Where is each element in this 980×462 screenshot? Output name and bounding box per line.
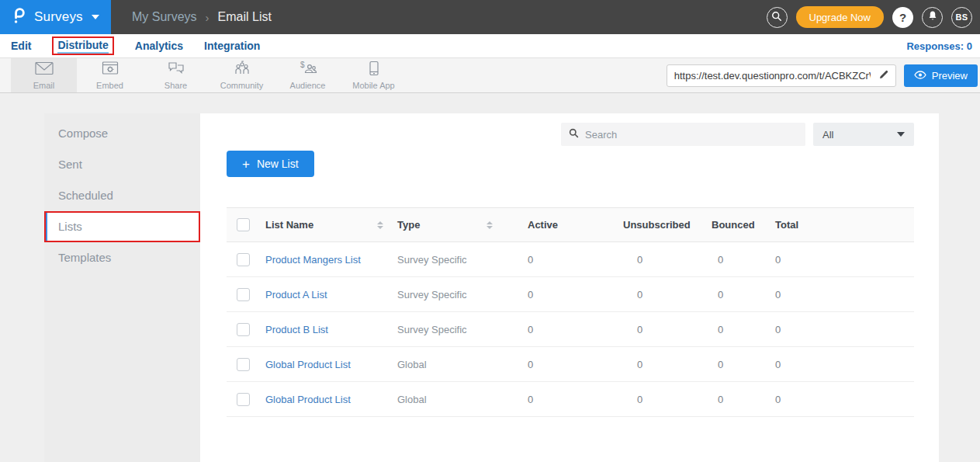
search-icon (771, 11, 782, 24)
product-switcher[interactable]: Surveys (0, 0, 111, 34)
unsubscribed-count: 0 (592, 242, 694, 277)
active-count: 0 (516, 277, 592, 312)
breadcrumb-my-surveys[interactable]: My Surveys (132, 10, 197, 24)
survey-url-field (667, 64, 896, 87)
mobile-app-icon (369, 61, 379, 78)
edit-pencil-icon (878, 69, 889, 82)
sidebar-item-templates[interactable]: Templates (44, 242, 200, 273)
sidebar-item-scheduled[interactable]: Scheduled (44, 180, 200, 211)
breadcrumb-current: Email List (218, 10, 272, 24)
plus-icon: + (242, 158, 250, 171)
channel-label: Email (33, 81, 55, 90)
sidebar-item-lists[interactable]: Lists (44, 211, 200, 242)
list-type: Survey Specific (393, 312, 516, 347)
help-button[interactable]: ? (892, 7, 913, 28)
list-controls: All (200, 123, 914, 146)
upgrade-now-button[interactable]: Upgrade Now (796, 6, 885, 28)
tabs: Edit Distribute Analytics Integration (11, 36, 260, 55)
list-name-link[interactable]: Global Product List (265, 359, 351, 370)
search-input[interactable] (585, 129, 798, 141)
channel-audience[interactable]: $ Audience (275, 58, 341, 92)
active-count: 0 (516, 347, 592, 382)
table-row: Product Mangers List Survey Specific 0 0… (227, 242, 914, 277)
search-icon (569, 127, 579, 141)
active-count: 0 (516, 312, 592, 347)
row-checkbox[interactable] (237, 253, 250, 266)
breadcrumb: My Surveys › Email List (132, 10, 272, 24)
search-button[interactable] (767, 7, 788, 28)
avatar[interactable]: BS (951, 7, 972, 28)
tab-integration[interactable]: Integration (204, 40, 260, 52)
bounced-count: 0 (694, 347, 769, 382)
list-type: Global (393, 382, 516, 417)
column-header-active: Active (516, 208, 592, 242)
channel-email[interactable]: Email (11, 58, 77, 92)
tab-distribute-annotation-box[interactable]: Distribute (52, 36, 113, 55)
channel-share[interactable]: Share (143, 58, 209, 92)
unsubscribed-count: 0 (592, 312, 694, 347)
channel-label: Share (164, 81, 187, 90)
table-row: Global Product List Global 0 0 0 0 (227, 382, 914, 417)
unsubscribed-count: 0 (592, 277, 694, 312)
select-all-checkbox[interactable] (237, 218, 250, 231)
bounced-count: 0 (694, 242, 769, 277)
bell-icon (927, 10, 938, 24)
unsubscribed-count: 0 (592, 347, 694, 382)
row-checkbox[interactable] (237, 323, 250, 336)
notifications-button[interactable] (922, 7, 943, 28)
tab-distribute[interactable]: Distribute (57, 39, 108, 54)
total-count: 0 (769, 312, 914, 347)
channel-embed[interactable]: Embed (77, 58, 143, 92)
active-count: 0 (516, 242, 592, 277)
bounced-count: 0 (694, 382, 769, 417)
filter-value: All (822, 129, 833, 141)
row-checkbox[interactable] (237, 288, 250, 301)
row-checkbox[interactable] (237, 393, 250, 406)
lists-panel: All + New List List Name (200, 113, 939, 462)
list-name-link[interactable]: Product Mangers List (265, 254, 361, 266)
svg-text:$: $ (300, 61, 305, 69)
new-list-button[interactable]: + New List (227, 151, 314, 177)
total-count: 0 (769, 382, 914, 417)
table-row: Product B List Survey Specific 0 0 0 0 (227, 312, 914, 347)
list-name-link[interactable]: Product A List (265, 289, 327, 300)
list-type-filter[interactable]: All (813, 123, 914, 146)
total-count: 0 (769, 242, 914, 277)
sort-icon[interactable] (377, 221, 383, 229)
sort-icon[interactable] (487, 221, 493, 229)
preview-label: Preview (932, 70, 968, 82)
column-header-unsubscribed: Unsubscribed (592, 208, 694, 242)
share-icon (167, 61, 185, 78)
tab-edit[interactable]: Edit (11, 40, 31, 52)
list-name-link[interactable]: Product B List (265, 324, 328, 335)
column-header-list-name[interactable]: List Name (261, 208, 393, 242)
survey-url-input[interactable] (667, 70, 872, 82)
channel-community[interactable]: Community (209, 58, 275, 92)
list-type: Survey Specific (393, 242, 516, 277)
column-header-type[interactable]: Type (393, 208, 516, 242)
top-actions: Upgrade Now ? BS (767, 6, 980, 28)
breadcrumb-separator: › (206, 11, 210, 24)
responses-count[interactable]: Responses: 0 (906, 40, 972, 52)
sidebar-item-compose[interactable]: Compose (44, 118, 200, 149)
total-count: 0 (769, 347, 914, 382)
preview-button[interactable]: Preview (904, 64, 978, 87)
tab-analytics[interactable]: Analytics (135, 40, 183, 52)
list-type: Survey Specific (393, 277, 516, 312)
channel-label: Mobile App (352, 81, 394, 90)
top-bar: Surveys My Surveys › Email List Upgrade … (0, 0, 980, 34)
sidebar-item-sent[interactable]: Sent (44, 149, 200, 180)
channel-mobile-app[interactable]: Mobile App (341, 58, 407, 92)
row-checkbox[interactable] (237, 358, 250, 371)
channel-label: Embed (96, 81, 123, 90)
bounced-count: 0 (694, 277, 769, 312)
email-sidebar: Compose Sent Scheduled Lists Templates (44, 113, 200, 462)
channel-label: Community (220, 81, 264, 90)
edit-url-button[interactable] (872, 65, 895, 86)
survey-tab-bar: Edit Distribute Analytics Integration Re… (0, 34, 980, 58)
community-icon (233, 61, 251, 78)
column-header-bounced: Bounced (694, 208, 769, 242)
list-name-link[interactable]: Global Product List (265, 394, 351, 405)
content-card: Compose Sent Scheduled Lists Templates A… (44, 113, 939, 462)
chevron-down-icon (92, 15, 99, 19)
